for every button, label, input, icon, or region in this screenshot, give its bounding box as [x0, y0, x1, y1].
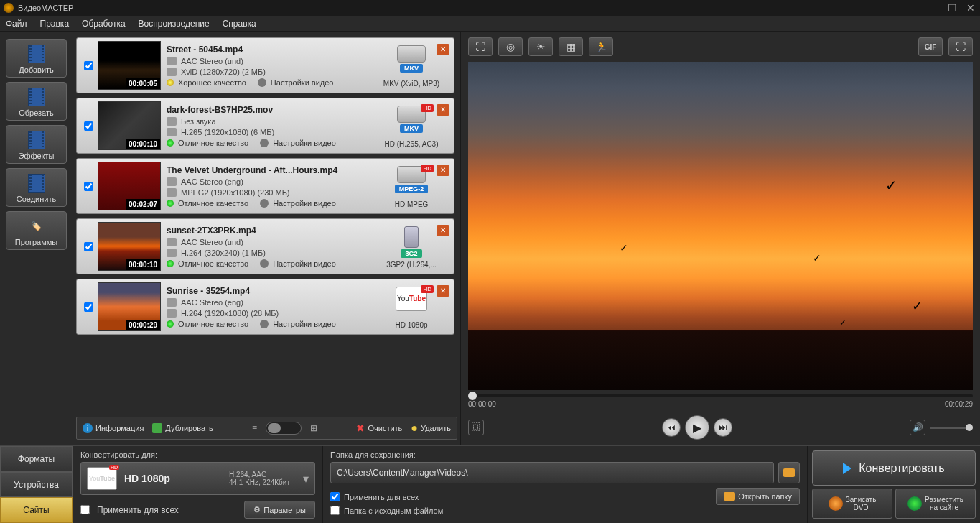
video-settings-link[interactable]: Настройки видео	[273, 320, 336, 328]
snapshot-button[interactable]: ⿴	[468, 420, 484, 435]
file-row[interactable]: 00:00:29 Sunrise - 35254.mp4 AAC Stereo …	[76, 279, 454, 335]
prev-button[interactable]: ⏮	[662, 418, 681, 437]
format-selector[interactable]: YouTubeHD HD 1080p H.264, AAC44,1 KHz, 2…	[80, 462, 315, 495]
format-tabs: Форматы Устройства Сайты	[0, 446, 73, 523]
frame-button[interactable]: ▦	[559, 37, 583, 56]
file-list: 00:00:05 Street - 50454.mp4 AAC Stereo (…	[76, 37, 457, 414]
fullscreen-button[interactable]: ⛶	[948, 37, 973, 56]
file-thumbnail[interactable]: 00:02:07	[98, 162, 161, 210]
video-codec-icon	[167, 309, 177, 318]
params-button[interactable]: ⚙Параметры	[244, 501, 315, 519]
open-folder-button[interactable]: Открыть папку	[716, 488, 800, 505]
speed-button[interactable]: 🏃	[589, 37, 613, 56]
menu-help[interactable]: Справка	[223, 19, 256, 29]
video-settings-link[interactable]: Настройки видео	[273, 139, 336, 147]
sidebar-join[interactable]: Соединить	[6, 168, 67, 207]
tab-devices[interactable]: Устройства	[0, 472, 73, 498]
menu-file[interactable]: Файл	[6, 19, 27, 29]
hd-badge: HD	[421, 285, 434, 293]
quality-indicator-icon	[167, 79, 174, 86]
brightness-button[interactable]: ☀	[528, 37, 553, 56]
format-description: 3GP2 (H.264,...	[386, 261, 436, 269]
file-quality: Отличное качество	[178, 139, 248, 147]
film-cut-icon	[28, 88, 45, 106]
timeline-track[interactable]	[468, 394, 973, 397]
file-checkbox[interactable]	[84, 182, 93, 191]
minimize-button[interactable]: —	[928, 2, 939, 14]
file-row[interactable]: 00:00:05 Street - 50454.mp4 AAC Stereo (…	[76, 37, 454, 93]
timeline-knob[interactable]	[468, 392, 477, 400]
tab-sites[interactable]: Сайты	[0, 497, 73, 523]
file-list-panel: 00:00:05 Street - 50454.mp4 AAC Stereo (…	[73, 32, 461, 445]
remove-file-button[interactable]: ✕	[437, 225, 449, 236]
menu-playback[interactable]: Воспроизведение	[139, 19, 210, 29]
burn-dvd-button[interactable]: ЗаписатьDVD	[812, 489, 892, 519]
enhance-button[interactable]: ◎	[498, 37, 523, 56]
tab-formats[interactable]: Форматы	[0, 446, 73, 472]
file-thumbnail[interactable]: 00:00:29	[98, 282, 161, 331]
apply-all-format-checkbox[interactable]	[80, 505, 90, 514]
sidebar-trim[interactable]: Обрезать	[6, 82, 67, 121]
file-checkbox[interactable]	[84, 61, 93, 70]
clear-button[interactable]: ✖Очистить	[356, 422, 402, 434]
file-video: XviD (1280x720) (2 МБ)	[181, 68, 266, 76]
gear-icon	[260, 259, 269, 268]
file-audio: AAC Stereo (und)	[181, 57, 243, 65]
file-row[interactable]: 00:02:07 The Velvet Underground - Aft...…	[76, 158, 454, 214]
play-button[interactable]: ▶	[685, 415, 709, 440]
close-button[interactable]: ✕	[965, 2, 976, 14]
source-folder-checkbox[interactable]	[330, 506, 340, 515]
remove-file-button[interactable]: ✕	[437, 44, 449, 55]
file-thumbnail[interactable]: 00:00:10	[98, 101, 161, 150]
video-settings-link[interactable]: Настройки видео	[273, 259, 336, 268]
sidebar-effects[interactable]: Эффекты	[6, 125, 67, 164]
video-preview[interactable]: ✓ ✓ ✓ ✓ ✓	[468, 62, 973, 390]
file-row[interactable]: 00:00:10 dark-forest-BS7HP25.mov Без зву…	[76, 98, 454, 154]
convert-button[interactable]: Конвертировать	[812, 450, 976, 486]
maximize-button[interactable]: ☐	[946, 2, 958, 14]
file-row[interactable]: 00:00:10 sunset-2TX3PRK.mp4 AAC Stereo (…	[76, 218, 454, 274]
info-button[interactable]: iИнформация	[83, 423, 144, 433]
time-current: 00:00:00	[468, 400, 496, 408]
save-path-input[interactable]	[330, 462, 774, 483]
file-checkbox[interactable]	[84, 302, 93, 312]
file-thumbnail[interactable]: 00:00:05	[98, 41, 161, 90]
file-quality: Отличное качество	[178, 259, 248, 268]
sidebar-add[interactable]: Добавить	[6, 39, 67, 78]
file-name: sunset-2TX3PRK.mp4	[167, 226, 366, 236]
remove-file-button[interactable]: ✕	[437, 285, 449, 297]
clear-icon: ✖	[356, 422, 365, 434]
file-thumbnail[interactable]: 00:00:10	[98, 222, 161, 271]
disc-icon	[829, 496, 843, 511]
list-view-grid-icon[interactable]: ⊞	[310, 423, 317, 433]
crop-button[interactable]: ⛶	[468, 37, 493, 56]
file-checkbox[interactable]	[84, 121, 93, 131]
volume-slider[interactable]	[930, 427, 973, 429]
menu-process[interactable]: Обработка	[82, 19, 126, 29]
list-view-lines-icon[interactable]: ≡	[252, 423, 257, 433]
remove-file-button[interactable]: ✕	[437, 165, 449, 176]
file-checkbox[interactable]	[84, 242, 93, 251]
view-toggle[interactable]	[266, 422, 302, 435]
hd-badge: HD	[421, 165, 434, 172]
apply-all-folder-checkbox[interactable]	[330, 492, 340, 501]
delete-button[interactable]: ●Удалить	[411, 422, 451, 435]
sidebar-programs[interactable]: 🏷️Программы	[6, 211, 67, 250]
timeline	[468, 394, 973, 397]
quality-indicator-icon	[167, 320, 174, 328]
volume-button[interactable]: 🔊	[910, 420, 925, 435]
video-settings-link[interactable]: Настройки видео	[273, 199, 336, 208]
browse-button[interactable]	[778, 462, 800, 483]
duplicate-button[interactable]: Дублировать	[152, 423, 213, 433]
video-settings-link[interactable]: Настройки видео	[271, 78, 334, 87]
gif-button[interactable]: GIF	[918, 37, 943, 56]
play-controls: ⿴ ⏮ ▶ ⏭ 🔊	[468, 415, 973, 440]
app-icon	[4, 3, 14, 13]
file-duration: 00:00:10	[126, 139, 160, 149]
file-duration: 00:02:07	[126, 199, 160, 210]
file-audio: Без звука	[181, 117, 216, 126]
next-button[interactable]: ⏭	[714, 418, 732, 437]
menu-edit[interactable]: Правка	[40, 19, 70, 29]
publish-button[interactable]: Разместитьна сайте	[895, 489, 976, 519]
remove-file-button[interactable]: ✕	[437, 104, 449, 116]
